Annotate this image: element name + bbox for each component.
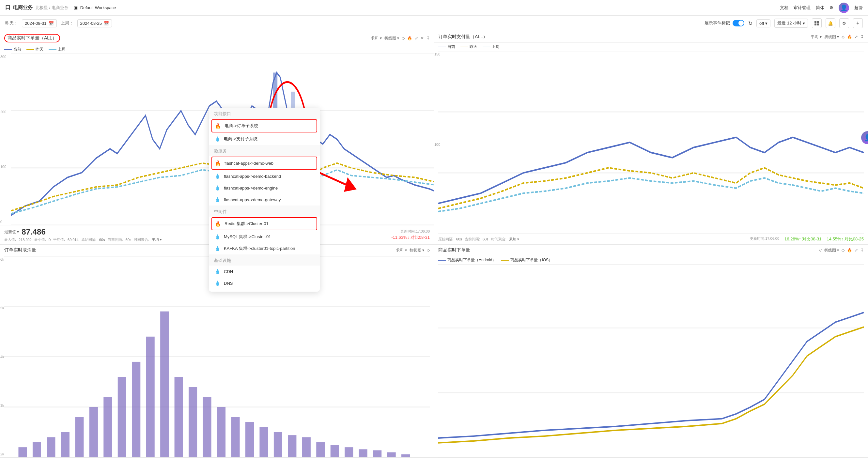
drop-icon-demo-gateway: 💧 <box>214 196 221 203</box>
popup-item-text-payment: 电商->支付子系统 <box>224 136 257 142</box>
fire-icon-order: 🔥 <box>215 123 221 129</box>
drop-icon-kafka: 💧 <box>214 245 221 252</box>
popup-item-text-demo-backend: flashcat-apps->demo-backend <box>224 174 281 179</box>
popup-item-text-mysql: MySQL 集群->Cluster-01 <box>224 234 271 240</box>
drop-icon-demo-engine: 💧 <box>214 185 221 191</box>
popup-section-header-1: 功能接口 <box>209 108 320 119</box>
popup-item-demo-web[interactable]: 🔥 flashcat-apps->demo-web <box>212 157 317 170</box>
popup-item-demo-backend[interactable]: 💧 flashcat-apps->demo-backend <box>209 170 320 182</box>
fire-icon-demo-web: 🔥 <box>215 160 221 166</box>
popup-item-text-order: 电商->订单子系统 <box>224 123 258 129</box>
popup-item-text-demo-engine: flashcat-apps->demo-engine <box>224 186 278 191</box>
drop-icon-mysql: 💧 <box>214 234 221 240</box>
popup-item-order-system[interactable]: 🔥 电商->订单子系统 <box>212 120 317 132</box>
popup-item-text-redis: Redis 集群->Cluster-01 <box>224 221 269 227</box>
popup-item-cdn[interactable]: 💧 CDN <box>209 265 320 277</box>
popup-item-text-cdn: CDN <box>224 269 233 274</box>
popup-item-mysql[interactable]: 💧 MySQL 集群->Cluster-01 <box>209 231 320 243</box>
popup-item-text-kafka: KAFKA 集群->cluster01-topic-partition <box>224 246 295 252</box>
popup-item-demo-engine[interactable]: 💧 flashcat-apps->demo-engine <box>209 182 320 194</box>
drop-icon-demo-backend: 💧 <box>214 173 221 179</box>
popup-item-payment-system[interactable]: 💧 电商->支付子系统 <box>209 133 320 145</box>
popup-item-text-demo-web: flashcat-apps->demo-web <box>224 161 274 166</box>
drop-icon-cdn: 💧 <box>214 268 221 275</box>
popup-item-redis[interactable]: 🔥 Redis 集群->Cluster-01 <box>212 217 317 230</box>
popup-section-header-4: 基础设施 <box>209 255 320 265</box>
popup-item-demo-gateway[interactable]: 💧 flashcat-apps->demo-gateway <box>209 194 320 205</box>
popup-overlay[interactable]: 功能接口 🔥 电商->订单子系统 💧 电商->支付子系统 微服务 🔥 flash… <box>0 0 868 458</box>
popup-item-dns[interactable]: 💧 DNS <box>209 277 320 289</box>
fire-icon-redis: 🔥 <box>215 221 221 227</box>
popup-menu: 功能接口 🔥 电商->订单子系统 💧 电商->支付子系统 微服务 🔥 flash… <box>209 108 320 292</box>
popup-section-header-3: 中间件 <box>209 205 320 217</box>
drop-icon-payment: 💧 <box>214 136 221 142</box>
popup-item-kafka[interactable]: 💧 KAFKA 集群->cluster01-topic-partition <box>209 243 320 255</box>
popup-item-text-dns: DNS <box>224 281 232 286</box>
drop-icon-dns: 💧 <box>214 280 221 286</box>
popup-section-header-2: 微服务 <box>209 145 320 156</box>
popup-item-text-demo-gateway: flashcat-apps->demo-gateway <box>224 197 281 202</box>
